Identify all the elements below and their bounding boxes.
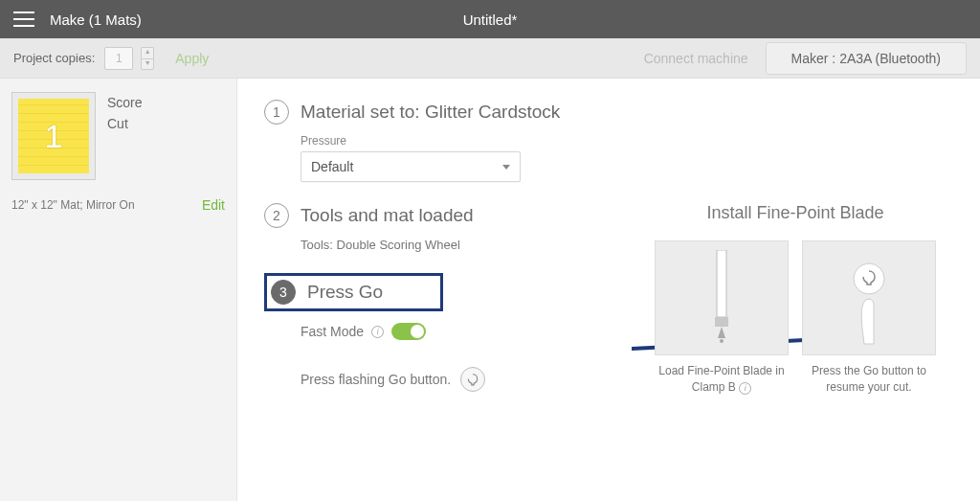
mat-op-cut: Cut bbox=[107, 113, 143, 134]
press-go-text: Press flashing Go button. bbox=[301, 372, 451, 387]
svg-marker-4 bbox=[718, 327, 725, 338]
step-3-number: 3 bbox=[271, 280, 296, 305]
info-icon[interactable]: i bbox=[371, 326, 384, 338]
edit-link[interactable]: Edit bbox=[202, 197, 225, 213]
page-title: Make (1 Mats) bbox=[50, 11, 142, 28]
svg-point-6 bbox=[854, 263, 884, 294]
svg-rect-2 bbox=[717, 250, 726, 317]
info-icon[interactable]: i bbox=[739, 382, 751, 395]
blade-card-2-caption: Press the Go button to resume your cut. bbox=[802, 363, 936, 396]
document-title: Untitled* bbox=[463, 11, 518, 28]
menu-icon[interactable] bbox=[13, 11, 34, 27]
install-blade-panel: Install Fine-Point Blade Load Fine-Point… bbox=[637, 203, 953, 396]
chevron-up-icon[interactable]: ▲ bbox=[141, 47, 154, 58]
sub-bar: Project copies: ▲▼ Apply Connect machine… bbox=[0, 38, 980, 79]
step-1-number: 1 bbox=[264, 100, 289, 125]
step-3-highlight: 3 Press Go bbox=[264, 273, 443, 311]
step-1: 1 Material set to: Glitter Cardstock Pre… bbox=[264, 100, 953, 182]
pressure-value: Default bbox=[311, 159, 353, 174]
step-3-title: Press Go bbox=[307, 282, 383, 303]
blade-card-1-caption: Load Fine-Point Blade in Clamp B bbox=[658, 364, 784, 394]
go-button-icon bbox=[460, 367, 485, 392]
mat-thumbnail: 1 bbox=[11, 92, 96, 180]
machine-selector[interactable]: Maker : 2A3A (Bluetooth) bbox=[766, 42, 967, 75]
mat-number: 1 bbox=[45, 118, 63, 155]
blade-image bbox=[655, 240, 789, 355]
svg-rect-3 bbox=[715, 317, 728, 327]
blade-card-2: Press the Go button to resume your cut. bbox=[802, 240, 936, 396]
top-bar: Make (1 Mats) Untitled* bbox=[0, 0, 980, 38]
mat-card[interactable]: 1 Score Cut bbox=[11, 92, 225, 180]
sidebar: 1 Score Cut 12" x 12" Mat; Mirror On Edi… bbox=[0, 79, 237, 501]
project-copies-input[interactable] bbox=[104, 47, 133, 70]
blade-card-1: Load Fine-Point Blade in Clamp B i bbox=[655, 240, 789, 396]
project-copies-label: Project copies: bbox=[13, 51, 95, 65]
step-2-title: Tools and mat loaded bbox=[301, 205, 474, 226]
fast-mode-label: Fast Mode bbox=[301, 324, 364, 339]
connect-machine-link[interactable]: Connect machine bbox=[644, 51, 748, 66]
apply-button[interactable]: Apply bbox=[175, 51, 209, 66]
step-1-title: Material set to: Glitter Cardstock bbox=[301, 102, 560, 123]
mat-operations: Score Cut bbox=[107, 92, 143, 135]
mat-op-score: Score bbox=[107, 92, 143, 113]
pressure-select[interactable]: Default bbox=[301, 151, 521, 182]
go-press-image bbox=[802, 240, 936, 355]
mat-meta-text: 12" x 12" Mat; Mirror On bbox=[11, 198, 135, 212]
fast-mode-toggle[interactable] bbox=[391, 323, 426, 340]
chevron-down-icon[interactable]: ▼ bbox=[141, 58, 154, 70]
pressure-label: Pressure bbox=[301, 134, 953, 148]
step-2-number: 2 bbox=[264, 203, 289, 228]
install-blade-title: Install Fine-Point Blade bbox=[637, 203, 953, 223]
main-panel: 1 Material set to: Glitter Cardstock Pre… bbox=[237, 79, 980, 501]
svg-point-5 bbox=[720, 339, 724, 343]
copies-stepper[interactable]: ▲▼ bbox=[141, 47, 154, 70]
chevron-down-icon bbox=[502, 165, 510, 170]
